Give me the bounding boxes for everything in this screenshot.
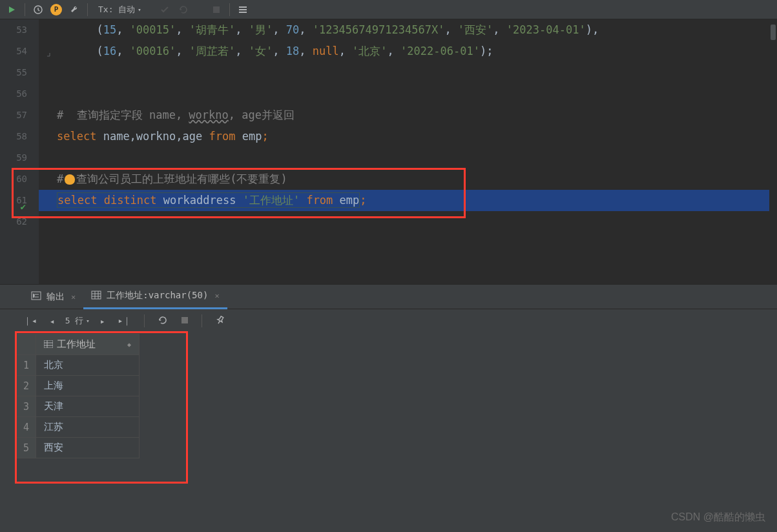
close-icon[interactable]: ✕ [214,291,219,300]
svg-rect-8 [44,340,53,348]
results-table[interactable]: 工作地址 ◆ 1北京 2上海 3天津 4江苏 5西安 [16,334,140,458]
intention-bulb-icon[interactable] [65,174,75,185]
svg-rect-7 [181,317,188,323]
output-icon [31,291,41,302]
last-page-button[interactable]: ▸｜ [116,315,134,327]
table-row[interactable]: 3天津 [17,396,140,417]
svg-rect-6 [92,291,101,299]
svg-rect-1 [213,6,220,13]
wrench-button[interactable] [67,2,82,17]
profile-badge[interactable]: P [48,2,64,17]
commit-button[interactable] [157,2,172,17]
table-row[interactable]: 1北京 [17,355,140,376]
main-toolbar: P Tx: 自动 ▾ [0,0,777,19]
sort-icon[interactable]: ◆ [127,341,131,348]
pin-button[interactable] [212,315,228,327]
results-toolbar: ｜◂ ◂ 5 行 ▾ ▸ ▸｜ [0,309,777,332]
output-tab[interactable]: 输出 ✕ [23,285,83,309]
code-content[interactable]: (15, '00015', '胡青牛', '男', 70, '123456749… [39,19,777,284]
tx-label-text: Tx: 自动 [98,4,135,15]
output-tab-label: 输出 [47,291,65,303]
chevron-down-icon: ▾ [86,318,89,324]
svg-rect-2 [239,6,247,8]
table-icon [91,291,101,302]
run-button[interactable] [4,2,19,17]
next-page-button[interactable]: ▸ [98,316,108,326]
reload-button[interactable] [155,315,171,327]
line-gutter: 53 54 55 56 57 58 59 60 61 ✔ 62 [0,19,39,284]
tx-mode-dropdown[interactable]: Tx: 自动 ▾ [98,4,141,15]
stop-button[interactable] [209,2,224,17]
svg-rect-3 [239,9,247,10]
history-button[interactable] [30,2,46,17]
result-tab-label: 工作地址:varchar(50) [107,290,208,302]
column-name: 工作地址 [57,338,96,351]
corner-cell [17,334,36,355]
view-settings-button[interactable] [235,2,251,17]
row-count-dropdown[interactable]: 5 行 ▾ [65,315,90,327]
close-icon[interactable]: ✕ [71,292,76,302]
svg-rect-4 [239,12,247,13]
table-row[interactable]: 4江苏 [17,417,140,438]
prev-page-button[interactable]: ◂ [47,316,57,326]
table-row[interactable]: 5西安 [17,438,140,458]
chevron-down-icon: ▾ [138,6,141,13]
watermark: CSDN @酷酷的懒虫 [671,511,765,524]
table-icon [44,339,53,351]
results-panel: 输出 ✕ 工作地址:varchar(50) ✕ ｜◂ ◂ 5 行 ▾ ▸ ▸｜ [0,284,777,532]
code-editor[interactable]: 53 54 55 56 57 58 59 60 61 ✔ 62 (15, '00… [0,19,777,284]
rollback-button[interactable] [175,2,191,17]
first-page-button[interactable]: ｜◂ [21,315,39,327]
table-row[interactable]: 2上海 [17,376,140,396]
result-tab[interactable]: 工作地址:varchar(50) ✕ [83,285,227,309]
stop-result-button[interactable] [178,316,191,326]
column-header[interactable]: 工作地址 ◆ [36,334,140,355]
editor-scrollbar[interactable] [769,19,777,284]
row-count-label: 5 行 [65,315,84,327]
results-tab-bar: 输出 ✕ 工作地址:varchar(50) ✕ [0,285,777,309]
